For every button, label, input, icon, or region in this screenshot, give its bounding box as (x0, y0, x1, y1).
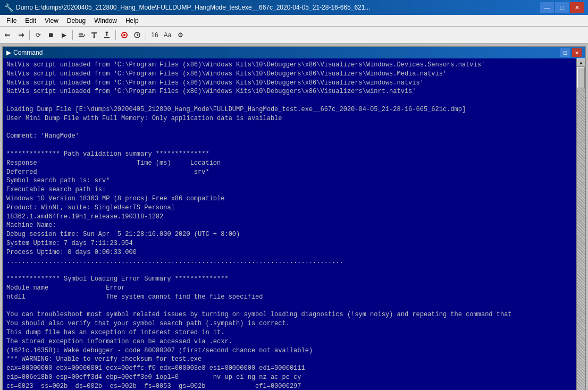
minimize-button[interactable]: — (540, 2, 554, 13)
scroll-up-arrow[interactable]: ▲ (577, 58, 585, 67)
command-panel: ▶ Command ⊡ ✕ NatVis script unloaded fro… (2, 46, 586, 390)
scroll-thumb-v[interactable] (577, 67, 585, 88)
toolbar-separator-3 (115, 30, 116, 40)
menu-bar: File Edit View Debug Window Help (0, 15, 588, 27)
svg-marker-10 (105, 31, 108, 33)
toolbar-separator-4 (146, 30, 146, 40)
svg-marker-9 (93, 37, 96, 38)
toolbar-break[interactable]: ⏹ (45, 29, 57, 41)
toolbar-watch[interactable] (131, 29, 143, 41)
panel-cmd-button[interactable]: ⊡ (560, 48, 570, 57)
toolbar-separator-1 (29, 30, 30, 40)
menu-debug[interactable]: Debug (63, 16, 90, 26)
vertical-scrollbar[interactable]: ▲ ▼ (576, 58, 585, 390)
command-panel-header: ▶ Command ⊡ ✕ (3, 47, 585, 58)
menu-window[interactable]: Window (90, 16, 121, 26)
panel-title: Command (13, 49, 558, 56)
svg-point-14 (123, 34, 125, 36)
toolbar-extra[interactable]: ⚙ (174, 29, 186, 41)
title-bar-buttons: — □ ✕ (540, 2, 584, 13)
toolbar: ⟳ ⏹ ▶ 16 Aa ⚙ (0, 27, 588, 44)
svg-rect-7 (91, 32, 97, 33)
panel-close-button[interactable]: ✕ (572, 48, 582, 57)
main-area: ▶ Command ⊡ ✕ NatVis script unloaded fro… (0, 44, 588, 390)
toolbar-step-over[interactable] (75, 29, 87, 41)
scroll-track-v[interactable] (577, 67, 585, 390)
menu-file[interactable]: File (2, 16, 21, 26)
menu-help[interactable]: Help (121, 16, 143, 26)
toolbar-btn-1[interactable] (2, 29, 14, 41)
svg-rect-8 (94, 33, 95, 37)
toolbar-btn-2[interactable] (15, 29, 27, 41)
toolbar-breakpoints[interactable] (119, 29, 130, 41)
output-text[interactable]: NatVis script unloaded from 'C:\Program … (3, 58, 576, 390)
title-bar: 🔧 Dump E:\dumps\20200405_212800_Hang_Mod… (0, 0, 588, 15)
menu-edit[interactable]: Edit (21, 16, 40, 26)
svg-marker-6 (84, 34, 85, 36)
toolbar-hex[interactable]: 16 (149, 29, 161, 41)
toolbar-step-out[interactable] (101, 29, 113, 41)
svg-rect-5 (79, 36, 84, 37)
panel-icon: ▶ (6, 49, 11, 56)
toolbar-go[interactable]: ▶ (58, 29, 70, 41)
window-title: Dump E:\dumps\20200405_212800_Hang_Mode\… (16, 4, 537, 11)
svg-marker-3 (22, 33, 24, 37)
toolbar-restart[interactable]: ⟳ (32, 29, 44, 41)
app-icon: 🔧 (4, 3, 13, 12)
menu-view[interactable]: View (40, 16, 63, 26)
toolbar-font[interactable]: Aa (162, 29, 173, 41)
output-container: NatVis script unloaded from 'C:\Program … (3, 58, 585, 390)
maximize-button[interactable]: □ (555, 2, 569, 13)
svg-rect-4 (79, 33, 83, 35)
toolbar-step-in[interactable] (88, 29, 100, 41)
toolbar-separator-2 (72, 30, 73, 40)
close-button[interactable]: ✕ (570, 2, 584, 13)
svg-rect-12 (104, 37, 110, 38)
svg-line-17 (137, 35, 138, 36)
svg-rect-11 (106, 33, 107, 36)
svg-marker-1 (5, 33, 6, 37)
